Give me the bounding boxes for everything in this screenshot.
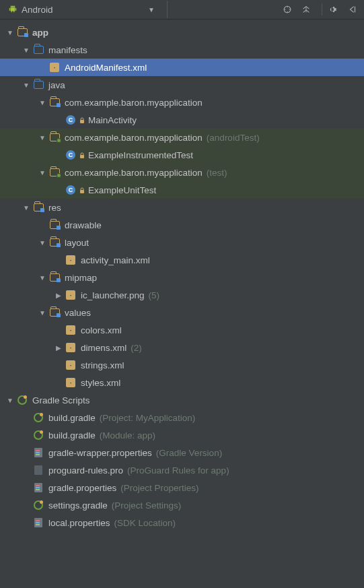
tree-row[interactable]: build.gradle(Module: app) [0,426,364,444]
xml-file-icon: · [65,377,77,389]
tree-row[interactable]: ▼com.example.baron.myapplication(test) [0,164,364,181]
tree-item-label: layout [65,238,89,248]
tree-item-suffix: (Project Properties) [120,483,198,493]
settings-gear-icon[interactable] [326,2,341,17]
tree-item-label: drawable [65,220,102,230]
tree-row[interactable]: ▶·ic_launcher.png(5) [0,286,364,304]
expand-arrow-down-icon[interactable]: ▼ [38,168,47,177]
gradle-icon [32,499,44,511]
expand-arrow-down-icon[interactable]: ▼ [38,308,47,317]
expand-arrow-down-icon[interactable]: ▼ [22,45,31,55]
tree-row[interactable]: ·strings.xml [0,356,364,374]
tree-row[interactable]: CMainActivity [0,111,364,129]
tree-row[interactable]: ▼mipmap [0,269,364,286]
svg-rect-9 [80,190,84,193]
tree-item-label: com.example.baron.myapplication [65,98,203,108]
expand-arrow-right-icon[interactable]: ▶ [54,343,63,352]
toolbar-separator [322,3,322,15]
tree-item-label: mipmap [65,273,97,283]
view-selector-label: Android [22,5,53,15]
tree-row[interactable]: gradle-wrapper.properties(Gradle Version… [0,444,364,461]
tree-item-label: colors.xml [81,325,122,335]
tree-row[interactable]: ▼values [0,304,364,321]
xml-file-icon: · [65,254,77,266]
expand-arrow-right-icon[interactable]: ▶ [54,290,63,300]
tree-row[interactable]: ·colors.xml [0,321,364,339]
tree-row[interactable]: build.gradle(Project: MyApplication) [0,409,364,426]
tree-row[interactable]: local.properties(SDK Location) [0,514,364,531]
tree-item-label: dimens.xml [81,343,126,353]
xml-file-icon: · [65,324,77,336]
tree-item-suffix: (Project: MyApplication) [100,413,196,423]
lock-icon [79,152,84,158]
folder-icon [32,79,44,91]
tree-item-label: activity_main.xml [81,255,150,265]
tree-row[interactable]: ▼com.example.baron.myapplication [0,94,364,111]
tree-row[interactable]: ▼com.example.baron.myapplication(android… [0,129,364,146]
tree-item-suffix: (Project Settings) [112,500,182,511]
tree-item-suffix: (ProGuard Rules for app) [127,465,229,476]
resource-folder-icon [48,271,61,284]
lock-icon [79,117,84,123]
tree-item-label: local.properties [48,518,110,528]
tree-row[interactable]: gradle.properties(Project Properties) [0,479,364,496]
expand-arrow-down-icon[interactable]: ▼ [22,203,31,212]
tree-row[interactable]: ▼java [0,76,364,94]
tree-item-label: build.gradle [48,430,96,440]
tree-item-label: com.example.baron.myapplication [65,168,203,178]
expand-arrow-down-icon[interactable]: ▼ [5,28,15,37]
folder-icon [32,44,44,56]
xml-file-icon: · [65,359,77,371]
tree-item-label: values [65,308,91,318]
scroll-from-source-icon[interactable] [280,2,295,17]
expand-arrow-down-icon[interactable]: ▼ [5,395,15,405]
tree-row[interactable]: ·activity_main.xml [0,251,364,269]
tree-row[interactable]: proguard-rules.pro(ProGuard Rules for ap… [0,461,364,479]
tree-item-label: java [48,80,65,90]
tree-item-label: Gradle Scripts [32,395,90,405]
tree-row[interactable]: ▼layout [0,234,364,251]
tree-row[interactable]: ▼Gradle Scripts [0,391,364,409]
tree-item-label: styles.xml [81,378,120,388]
chevron-down-icon: ▼ [148,6,155,13]
resource-folder-icon [48,236,61,249]
resource-folder-icon [48,219,61,231]
tree-item-label: ExampleInstrumentedTest [88,150,193,160]
tree-item-label: gradle.properties [48,483,116,493]
tree-item-suffix: (Gradle Version) [156,448,222,458]
gradle-icon [32,412,44,424]
svg-rect-8 [80,155,84,158]
toolbar-separator [167,1,168,18]
tree-row[interactable]: CExampleInstrumentedTest [0,146,364,164]
tree-item-suffix: (SDK Location) [114,518,176,528]
tree-row[interactable]: ·AndroidManifest.xml [0,59,364,76]
tree-row[interactable]: ▶·dimens.xml(2) [0,339,364,356]
tree-row[interactable]: ▼app [0,24,364,41]
tree-item-label: app [32,28,48,38]
test-package-folder-icon [48,131,61,143]
xml-file-icon: · [65,289,77,301]
expand-arrow-down-icon[interactable]: ▼ [38,133,47,142]
view-selector[interactable]: Android ▼ [4,0,159,19]
tree-item-label: strings.xml [81,360,124,370]
project-tree[interactable]: ▼app▼manifests·AndroidManifest.xml▼java▼… [0,20,364,535]
expand-arrow-down-icon[interactable]: ▼ [38,238,47,247]
module-folder-icon [16,26,28,38]
properties-file-icon [32,482,44,494]
tree-row[interactable]: settings.gradle(Project Settings) [0,496,364,514]
xml-file-icon: · [48,61,61,73]
tree-row[interactable]: drawable [0,216,364,234]
tree-row[interactable]: ▼res [0,199,364,216]
tree-item-label: gradle-wrapper.properties [48,448,152,458]
hide-panel-icon[interactable] [345,2,360,17]
expand-arrow-down-icon[interactable]: ▼ [38,273,47,282]
properties-file-icon [32,447,44,459]
tree-row[interactable]: ▼manifests [0,41,364,59]
tree-item-suffix: (2) [131,343,142,353]
project-toolbar: Android ▼ [0,0,364,20]
collapse-all-icon[interactable] [299,2,314,17]
tree-row[interactable]: CExampleUnitTest [0,181,364,199]
expand-arrow-down-icon[interactable]: ▼ [38,98,47,107]
tree-row[interactable]: ·styles.xml [0,374,364,391]
expand-arrow-down-icon[interactable]: ▼ [22,80,31,90]
